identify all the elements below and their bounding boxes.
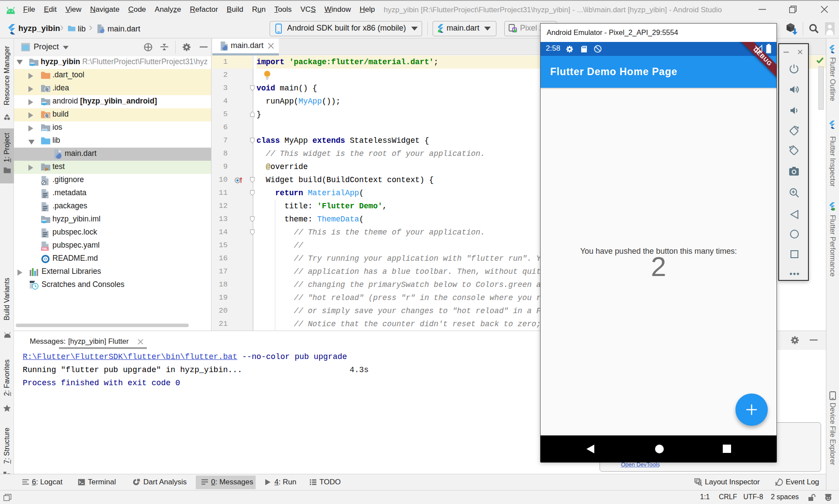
svg-text:YML: YML bbox=[42, 247, 48, 250]
